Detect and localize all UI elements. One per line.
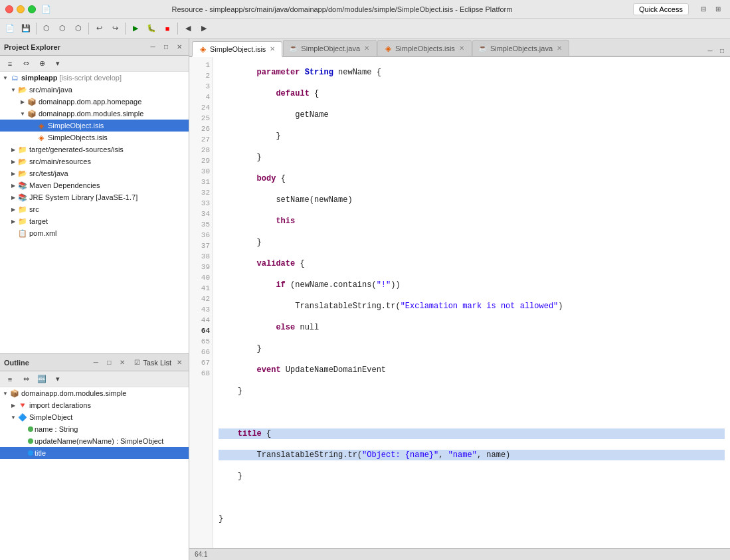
editor-minimize[interactable]: ─	[705, 45, 715, 56]
tab-simpleobjects-java[interactable]: ☕ SimpleObjects.java ✕	[472, 40, 569, 56]
outline-sort[interactable]: 🔤	[35, 372, 49, 387]
tree-item-jre[interactable]: ▶ 📚 JRE System Library [JavaSE-1.7]	[0, 191, 189, 203]
tab-close-simpleobjects-java[interactable]: ✕	[555, 45, 563, 52]
outline-item-pkg[interactable]: ▼ 📦 domainapp.dom.modules.simple	[0, 387, 189, 399]
minimize-button[interactable]	[17, 5, 25, 13]
outline-item-name[interactable]: name : String	[0, 423, 189, 435]
toolbar-btn-4[interactable]: ⬡	[55, 21, 70, 36]
outline-item-class[interactable]: ▼ 🔷 SimpleObject	[0, 411, 189, 423]
tab-simpleobjects-isis[interactable]: ◈ SimpleObjects.isis ✕	[377, 40, 472, 56]
restore-down-icon[interactable]: ⊟	[697, 3, 710, 16]
tab-label-simpleobjects-isis: SimpleObjects.isis	[395, 45, 455, 52]
outline-toolbar: ≡ ⇔ 🔤 ▾	[0, 371, 189, 387]
fullscreen-icon[interactable]: ⊞	[711, 3, 725, 16]
quick-access-button[interactable]: Quick Access	[633, 3, 689, 15]
tab-close-simpleobjects-isis[interactable]: ✕	[458, 45, 466, 52]
main-layout: Project Explorer ─ □ ✕ ≡ ⇔ ⊕ ▾ ▼ 🗂 simpl…	[0, 39, 730, 560]
tree-item-src-resources[interactable]: ▶ 📂 src/main/resources	[0, 155, 189, 167]
maximize-button[interactable]	[28, 5, 36, 13]
toolbar-back-btn[interactable]: ◀	[181, 21, 195, 36]
outline-collapse[interactable]: ≡	[3, 372, 17, 387]
toolbar-btn-2[interactable]: 💾	[19, 21, 33, 36]
tab-label-simpleobject-isis: SimpleObject.isis	[210, 45, 266, 53]
tree-item-simpleobjects-isis[interactable]: ◈ SimpleObjects.isis	[0, 132, 189, 143]
tree-label-simpleapp-secondary: [isis-script develop]	[57, 74, 122, 82]
arrow-src-folder: ▶	[9, 205, 17, 213]
tree-item-pom[interactable]: 📋 pom.xml	[0, 227, 189, 239]
toolbar-run-btn[interactable]: ▶	[128, 21, 143, 36]
code-line-51: }	[219, 152, 725, 163]
tab-simpleobject-java[interactable]: ☕ SimpleObject.java ✕	[283, 40, 377, 56]
toolbar-btn-5[interactable]: ⬡	[71, 21, 86, 36]
jre-icon: 📚	[17, 192, 28, 203]
tree-item-pkg-app[interactable]: ▶ 📦 domainapp.dom.app.homepage	[0, 96, 189, 108]
tab-close-simpleobject-java[interactable]: ✕	[363, 45, 371, 52]
tree-item-target-gen[interactable]: ▶ 📁 target/generated-sources/isis	[0, 143, 189, 155]
project-explorer-maximize[interactable]: □	[161, 42, 171, 52]
toolbar-btn-1[interactable]: 📄	[3, 21, 17, 36]
tree-item-simpleobject-isis[interactable]: ◈ SimpleObject.isis	[0, 120, 189, 132]
code-content[interactable]: package domainapp.dom.modules.simple @im…	[213, 57, 730, 548]
title-document-icon: 📄	[41, 5, 51, 14]
tree-item-target-folder[interactable]: ▶ 📁 target	[0, 215, 189, 227]
ln-35: 35	[189, 219, 213, 230]
code-line-56: validate {	[219, 258, 725, 269]
toolbar-btn-6[interactable]: ↩	[92, 21, 106, 36]
outline-arrow-pkg: ▼	[1, 389, 9, 397]
tree-item-src-test[interactable]: ▶ 📂 src/test/java	[0, 167, 189, 179]
outline-title: Outline	[4, 359, 88, 367]
code-line-50: }	[219, 131, 725, 141]
folder-src-test-icon: 📂	[17, 168, 28, 179]
arrow-simpleobjects-isis	[28, 134, 36, 141]
outline-item-title[interactable]: title	[0, 447, 189, 459]
code-line-49: getName	[219, 110, 725, 120]
outline-item-imports[interactable]: ▶ 🔻 import declarations	[0, 399, 189, 411]
outline-maximize[interactable]: □	[104, 357, 114, 368]
pe-menu[interactable]: ▾	[50, 56, 65, 71]
tree-label-simpleapp: simpleapp	[21, 74, 57, 82]
project-explorer-close[interactable]: ✕	[174, 42, 185, 52]
outline-dot-title	[28, 450, 33, 456]
tree-item-pkg-modules[interactable]: ▼ 📦 domainapp.dom.modules.simple	[0, 108, 189, 120]
pe-new[interactable]: ⊕	[35, 56, 49, 71]
tree-item-src-folder[interactable]: ▶ 📁 src	[0, 203, 189, 215]
toolbar-debug-btn[interactable]: 🐛	[144, 21, 159, 36]
editor-maximize[interactable]: □	[717, 45, 727, 56]
package-icon-modules: 📦	[27, 108, 37, 119]
pe-link-editor[interactable]: ⇔	[19, 56, 33, 71]
toolbar-stop-btn[interactable]: ■	[160, 21, 175, 36]
toolbar-btn-3[interactable]: ⬡	[39, 21, 54, 36]
tab-simpleobject-isis[interactable]: ◈ SimpleObject.isis ✕	[192, 41, 282, 57]
outline-item-updatename[interactable]: updateName(newName) : SimpleObject	[0, 435, 189, 447]
tree-item-simpleapp[interactable]: ▼ 🗂 simpleapp [isis-script develop]	[0, 72, 189, 84]
outline-close[interactable]: ✕	[117, 357, 128, 368]
arrow-simpleobject-isis	[28, 122, 36, 130]
project-explorer-minimize[interactable]: ─	[147, 42, 158, 52]
toolbar-forward-btn[interactable]: ▶	[197, 21, 211, 36]
tab-close-simpleobject-isis[interactable]: ✕	[268, 45, 276, 53]
tree-item-src-main-java[interactable]: ▼ 📂 src/main/java	[0, 84, 189, 96]
close-button[interactable]	[5, 5, 13, 13]
code-line-63	[219, 407, 725, 418]
code-editor[interactable]: 1 2 3 4 24 25 26 27 28 29 30 31 32 33 34…	[189, 57, 730, 548]
outline-minimize[interactable]: ─	[90, 357, 101, 368]
tree-label-pkg-modules: domainapp.dom.modules.simple	[39, 110, 143, 118]
project-explorer-panel: Project Explorer ─ □ ✕ ≡ ⇔ ⊕ ▾ ▼ 🗂 simpl…	[0, 39, 189, 354]
tree-item-maven-deps[interactable]: ▶ 📚 Maven Dependencies	[0, 179, 189, 191]
arrow-src-resources: ▶	[9, 157, 17, 165]
outline-menu[interactable]: ▾	[50, 372, 65, 387]
left-panel: Project Explorer ─ □ ✕ ≡ ⇔ ⊕ ▾ ▼ 🗂 simpl…	[0, 39, 189, 560]
outline-sync[interactable]: ⇔	[19, 372, 33, 387]
outline-label-pkg: domainapp.dom.modules.simple	[21, 389, 126, 397]
code-line-64: title {	[219, 428, 725, 439]
task-list-title[interactable]: Task List	[143, 359, 171, 367]
outline-tree[interactable]: ▼ 📦 domainapp.dom.modules.simple ▶ 🔻 imp…	[0, 387, 189, 560]
tab-icon-simpleobjects-java: ☕	[478, 44, 488, 53]
toolbar-btn-7[interactable]: ↪	[108, 21, 122, 36]
task-list-close[interactable]: ✕	[174, 357, 185, 368]
code-line-61: event UpdateNameDomainEvent	[219, 365, 725, 375]
pe-collapse-all[interactable]: ≡	[3, 56, 17, 71]
folder-target-gen-icon: 📁	[17, 144, 28, 155]
project-tree[interactable]: ▼ 🗂 simpleapp [isis-script develop] ▼ 📂 …	[0, 72, 189, 353]
src-folder-icon: 📂	[17, 84, 28, 95]
